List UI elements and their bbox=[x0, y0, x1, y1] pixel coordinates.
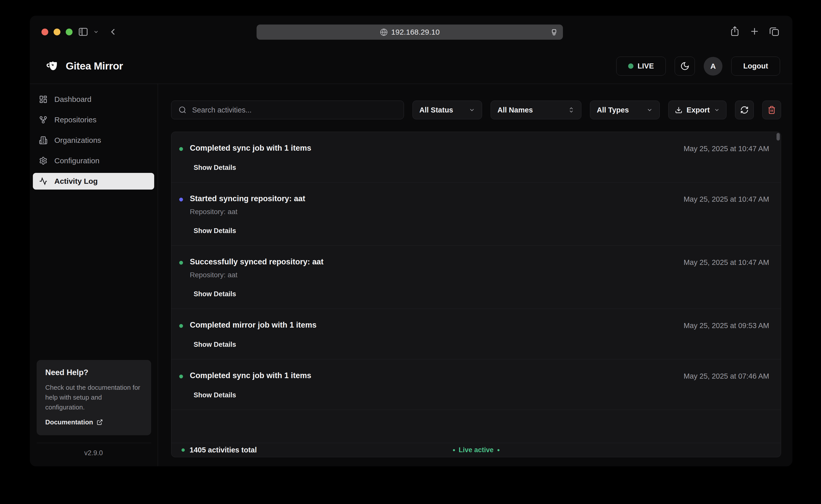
minimize-window-button[interactable] bbox=[54, 29, 60, 35]
sidebar-divider bbox=[37, 443, 151, 443]
activity-list: Completed sync job with 1 items Show Det… bbox=[171, 132, 781, 457]
search-icon bbox=[178, 106, 187, 114]
export-button[interactable]: Export bbox=[668, 101, 726, 119]
sidebar-item-activity-log[interactable]: Activity Log bbox=[33, 173, 154, 190]
activity-title: Completed mirror job with 1 items bbox=[190, 320, 316, 330]
brand[interactable]: Gitea Mirror bbox=[46, 60, 123, 73]
status-dot-icon bbox=[179, 147, 183, 151]
activity-timestamp: May 25, 2025 at 07:46 AM bbox=[683, 371, 769, 399]
sidebar-item-label: Dashboard bbox=[54, 95, 92, 104]
activity-row: Successfully synced repository: aat Repo… bbox=[171, 246, 781, 309]
search-input[interactable] bbox=[192, 106, 397, 114]
names-filter-value: All Names bbox=[497, 106, 533, 114]
types-filter-value: All Types bbox=[597, 106, 629, 114]
refresh-button[interactable] bbox=[735, 101, 754, 119]
browser-window: 192.168.29.10 bbox=[30, 16, 792, 466]
sidebar-item-label: Repositories bbox=[54, 116, 97, 124]
address-bar[interactable]: 192.168.29.10 bbox=[257, 25, 563, 40]
moon-icon bbox=[680, 61, 690, 71]
list-footer: 1405 activities total Live active bbox=[171, 443, 781, 457]
sidebar-menu-chevron-icon[interactable] bbox=[93, 29, 99, 35]
show-details-button[interactable]: Show Details bbox=[194, 164, 311, 172]
globe-icon bbox=[380, 28, 388, 36]
external-link-icon bbox=[97, 419, 103, 425]
zoom-window-button[interactable] bbox=[66, 29, 73, 35]
share-icon[interactable] bbox=[729, 26, 740, 37]
activity-toolbar: All Status All Names All Types bbox=[171, 101, 781, 119]
activity-title: Completed sync job with 1 items bbox=[190, 144, 311, 153]
chevron-down-icon bbox=[714, 107, 720, 113]
activity-timestamp: May 25, 2025 at 10:47 AM bbox=[683, 257, 769, 298]
documentation-link[interactable]: Documentation bbox=[45, 418, 143, 426]
activity-title: Successfully synced repository: aat bbox=[190, 257, 324, 266]
logout-label: Logout bbox=[743, 62, 768, 70]
scrollbar-thumb[interactable] bbox=[777, 133, 780, 141]
main-content: All Status All Names All Types bbox=[158, 84, 792, 466]
status-filter-value: All Status bbox=[419, 106, 453, 114]
sidebar-toggle-icon[interactable] bbox=[78, 27, 88, 37]
activity-row: Completed mirror job with 1 items Show D… bbox=[171, 309, 781, 359]
activity-timestamp: May 25, 2025 at 10:47 AM bbox=[683, 194, 769, 235]
delete-button[interactable] bbox=[762, 101, 781, 119]
activity-row: Started syncing repository: aat Reposito… bbox=[171, 182, 781, 246]
avatar-initial: A bbox=[710, 62, 716, 71]
live-mini-dot-icon bbox=[497, 449, 499, 451]
help-card: Need Help? Check out the documentation f… bbox=[37, 360, 151, 435]
gear-icon bbox=[39, 156, 48, 165]
status-dot-icon bbox=[179, 375, 183, 378]
page-display-icon[interactable] bbox=[550, 28, 558, 36]
list-spacer bbox=[171, 410, 781, 443]
sidebar-item-dashboard[interactable]: Dashboard bbox=[33, 91, 154, 108]
activity-subtitle: Repository: aat bbox=[190, 208, 305, 216]
new-tab-icon[interactable] bbox=[749, 26, 760, 37]
show-details-button[interactable]: Show Details bbox=[194, 227, 305, 235]
theme-toggle-button[interactable] bbox=[675, 57, 695, 76]
dashboard-icon bbox=[39, 95, 48, 104]
live-active-label: Live active bbox=[459, 446, 493, 454]
activity-title: Started syncing repository: aat bbox=[190, 194, 305, 203]
sidebar-item-label: Organizations bbox=[54, 136, 101, 145]
live-mini-dot-icon bbox=[453, 449, 455, 451]
building-icon bbox=[39, 136, 48, 145]
traffic-lights bbox=[41, 29, 73, 35]
activity-row: Completed sync job with 1 items Show Det… bbox=[171, 132, 781, 182]
logout-button[interactable]: Logout bbox=[731, 57, 780, 76]
sidebar-item-repositories[interactable]: Repositories bbox=[33, 111, 154, 128]
status-filter-select[interactable]: All Status bbox=[413, 101, 482, 119]
types-filter-select[interactable]: All Types bbox=[590, 101, 660, 119]
sidebar-item-organizations[interactable]: Organizations bbox=[33, 132, 154, 149]
app-version: v2.9.0 bbox=[33, 449, 154, 457]
show-details-button[interactable]: Show Details bbox=[194, 391, 311, 399]
sidebar-item-label: Configuration bbox=[54, 156, 99, 165]
show-details-button[interactable]: Show Details bbox=[194, 290, 324, 298]
activity-timestamp: May 25, 2025 at 09:53 AM bbox=[683, 320, 769, 349]
activity-title: Completed sync job with 1 items bbox=[190, 371, 311, 380]
live-label: LIVE bbox=[637, 62, 654, 70]
sidebar-item-label: Activity Log bbox=[54, 177, 98, 186]
browser-toolbar: 192.168.29.10 bbox=[30, 16, 792, 49]
user-avatar[interactable]: A bbox=[704, 57, 722, 76]
search-box[interactable] bbox=[171, 101, 404, 119]
activities-total: 1405 activities total bbox=[190, 446, 257, 454]
trash-icon bbox=[767, 106, 776, 114]
export-label: Export bbox=[687, 106, 710, 114]
help-title: Need Help? bbox=[45, 368, 143, 377]
back-button[interactable] bbox=[108, 27, 118, 37]
live-status-button[interactable]: LIVE bbox=[616, 57, 666, 76]
chevron-down-icon bbox=[469, 107, 475, 113]
names-filter-select[interactable]: All Names bbox=[491, 101, 581, 119]
gitea-cup-logo-icon bbox=[46, 60, 60, 73]
sidebar-item-configuration[interactable]: Configuration bbox=[33, 152, 154, 169]
show-details-button[interactable]: Show Details bbox=[194, 341, 316, 349]
activity-icon bbox=[39, 177, 48, 186]
app-header: Gitea Mirror LIVE A Logout bbox=[30, 49, 792, 84]
download-icon bbox=[675, 106, 682, 114]
app-title: Gitea Mirror bbox=[66, 60, 123, 72]
status-dot-icon bbox=[179, 324, 183, 328]
close-window-button[interactable] bbox=[41, 29, 48, 35]
tab-overview-icon[interactable] bbox=[769, 26, 780, 37]
sidebar: Dashboard Repositories Organizations Con… bbox=[30, 84, 158, 466]
documentation-label: Documentation bbox=[45, 418, 93, 426]
activity-timestamp: May 25, 2025 at 10:47 AM bbox=[683, 144, 769, 172]
activity-row: Completed sync job with 1 items Show Det… bbox=[171, 359, 781, 410]
